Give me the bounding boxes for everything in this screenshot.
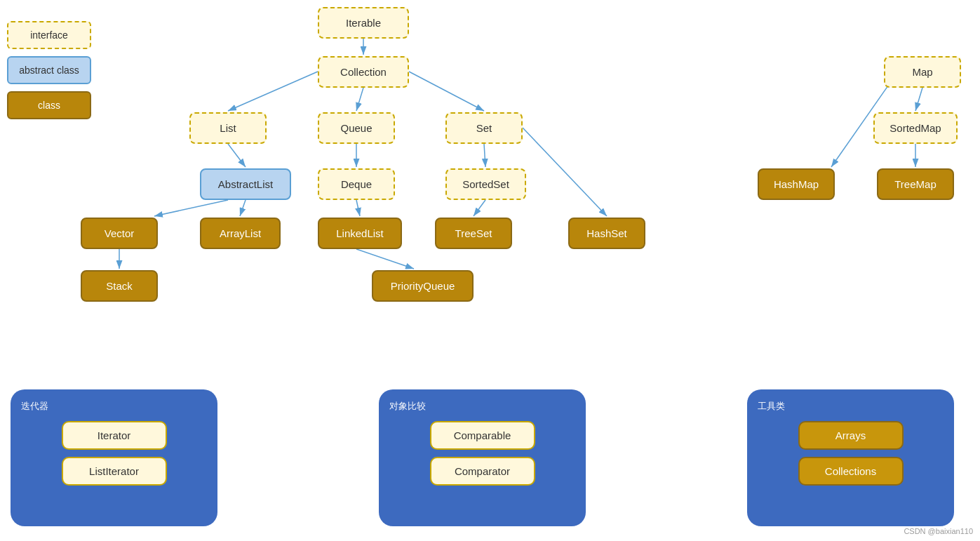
svg-line-13 <box>523 128 607 216</box>
node-vector: Vector <box>81 218 158 249</box>
svg-line-6 <box>228 144 246 167</box>
node-hashmap: HashMap <box>758 168 835 200</box>
node-abstractlist: AbstractList <box>200 168 291 200</box>
node-priorityqueue: PriorityQueue <box>372 270 474 302</box>
node-linkedlist: LinkedList <box>318 218 402 249</box>
legend-abstract: abstract class <box>7 56 91 84</box>
node-stack: Stack <box>81 270 158 302</box>
node-hashset: HashSet <box>568 218 645 249</box>
panel-compare-title: 对象比较 <box>389 400 575 413</box>
legend: interface abstract class class <box>7 21 91 119</box>
panel-iterator-items: Iterator ListIterator <box>21 421 207 486</box>
svg-line-16 <box>915 88 922 111</box>
svg-line-10 <box>240 200 246 216</box>
watermark: CSDN @baixian110 <box>904 527 973 535</box>
svg-line-3 <box>228 72 318 111</box>
node-list: List <box>189 112 267 144</box>
node-sortedset: SortedSet <box>445 168 526 200</box>
node-collection: Collection <box>318 56 409 88</box>
svg-line-15 <box>356 249 414 269</box>
svg-line-12 <box>474 200 485 216</box>
node-iterable: Iterable <box>318 7 409 39</box>
node-listiterator: ListIterator <box>62 457 167 486</box>
panel-utils-title: 工具类 <box>758 400 944 413</box>
node-treeset: TreeSet <box>435 218 512 249</box>
panel-iterator: 迭代器 Iterator ListIterator <box>11 389 217 526</box>
node-collections: Collections <box>798 457 904 486</box>
panel-utils: 工具类 Arrays Collections <box>747 389 954 526</box>
legend-class: class <box>7 91 91 119</box>
svg-line-11 <box>356 200 360 216</box>
node-arraylist: ArrayList <box>200 218 281 249</box>
svg-line-9 <box>154 200 228 216</box>
node-treemap: TreeMap <box>877 168 954 200</box>
panel-compare-items: Comparable Comparator <box>389 421 575 486</box>
node-sortedmap: SortedMap <box>873 112 958 144</box>
node-comparable: Comparable <box>430 421 535 450</box>
node-iterator: Iterator <box>62 421 167 450</box>
diagram-container: interface abstract class class Iterable … <box>0 0 980 541</box>
node-set: Set <box>445 112 523 144</box>
node-arrays: Arrays <box>798 421 904 450</box>
node-deque: Deque <box>318 168 395 200</box>
node-map: Map <box>884 56 961 88</box>
panel-iterator-title: 迭代器 <box>21 400 207 413</box>
panel-compare: 对象比较 Comparable Comparator <box>379 389 586 526</box>
node-comparator: Comparator <box>430 457 535 486</box>
svg-line-8 <box>484 144 485 167</box>
svg-line-4 <box>356 88 363 111</box>
panel-utils-items: Arrays Collections <box>758 421 944 486</box>
svg-line-5 <box>409 72 484 111</box>
node-queue: Queue <box>318 112 395 144</box>
legend-interface: interface <box>7 21 91 49</box>
